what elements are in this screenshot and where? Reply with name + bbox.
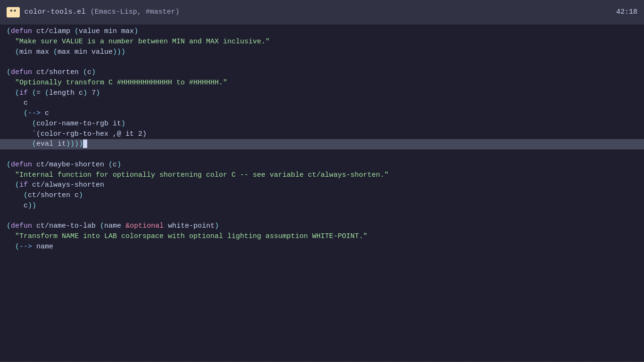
code-line-7: (if (= (length c) 7)	[0, 88, 644, 99]
mod-badge: **	[7, 7, 20, 18]
code-line-15: "Internal function for optionally shorte…	[0, 170, 644, 181]
code-editor[interactable]: (defun ct/clamp (value min max) "Make su…	[0, 25, 644, 254]
code-line-11: `(color-rgb-to-hex ,@ it 2)	[0, 129, 644, 140]
title-position: 42:18	[616, 7, 637, 17]
code-line-20: (defun ct/name-to-lab (name &optional wh…	[0, 221, 644, 231]
code-line-18: c))	[0, 201, 644, 211]
code-line-14: (defun ct/maybe-shorten (c)	[0, 160, 644, 170]
code-line-16: (if ct/always-shorten	[0, 180, 644, 190]
code-line-4	[0, 57, 644, 67]
title-meta: (Emacs-Lisp, #master)	[91, 7, 180, 17]
code-line-13	[0, 149, 644, 160]
code-line-10: (color-name-to-rgb it)	[0, 119, 644, 129]
code-line-19	[0, 211, 644, 222]
title-filename: color-tools.el	[25, 7, 86, 17]
code-line-8: c	[0, 98, 644, 108]
code-line-1: (defun ct/clamp (value min max)	[0, 26, 644, 37]
code-line-6: "Optionally transform C #HHHHHHHHHHHH to…	[0, 78, 644, 88]
code-line-5: (defun ct/shorten (c)	[0, 67, 644, 78]
title-bar: ** color-tools.el (Emacs-Lisp, #master) …	[0, 0, 644, 25]
code-line-17: (ct/shorten c)	[0, 190, 644, 201]
code-line-21: "Transform NAME into LAB colorspace with…	[0, 231, 644, 242]
title-left: ** color-tools.el (Emacs-Lisp, #master)	[7, 7, 180, 18]
code-line-3: (min max (max min value)))	[0, 47, 644, 58]
code-line-2: "Make sure VALUE is a number between MIN…	[0, 37, 644, 47]
code-line-9: (--> c	[0, 108, 644, 119]
code-line-12: (eval it))))	[0, 139, 644, 149]
code-line-22: (--> name	[0, 242, 644, 252]
